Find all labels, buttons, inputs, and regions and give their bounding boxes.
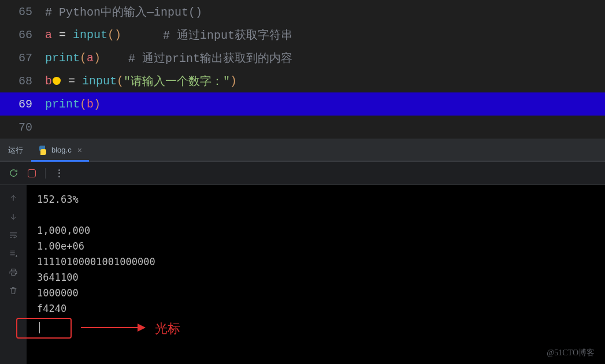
print-icon[interactable] bbox=[8, 267, 18, 277]
code-line-68[interactable]: 68 b = input("请输入一个数字：") bbox=[0, 69, 605, 92]
divider bbox=[45, 168, 46, 179]
variable: b bbox=[45, 75, 52, 88]
output-line: f4240 bbox=[37, 303, 66, 314]
output-line: 152.63% bbox=[37, 194, 79, 205]
variable: a bbox=[87, 51, 94, 65]
comment: # Python中的输入—input() bbox=[45, 4, 202, 20]
close-icon[interactable]: × bbox=[77, 146, 82, 155]
space bbox=[121, 28, 163, 42]
tab-file-active[interactable]: blog.c × bbox=[31, 139, 89, 161]
string: "请输入一个数字：" bbox=[124, 73, 230, 89]
tab-file-label: blog.c bbox=[51, 146, 72, 154]
output-line: 3641100 bbox=[37, 272, 79, 283]
code-line-70[interactable]: 70 bbox=[0, 116, 605, 139]
comment: # 通过input获取字符串 bbox=[163, 27, 292, 43]
watermark: @51CTO博客 bbox=[547, 348, 595, 358]
arrow-down-icon[interactable] bbox=[8, 211, 18, 222]
variable: a bbox=[45, 28, 52, 42]
variable: b bbox=[87, 98, 94, 111]
paren: ( bbox=[117, 75, 124, 88]
function: print bbox=[45, 98, 80, 111]
arrow-annotation bbox=[81, 327, 144, 328]
space bbox=[101, 51, 128, 65]
output-line: 11110100001001000000 bbox=[37, 256, 155, 268]
paren: ( bbox=[80, 51, 87, 65]
highlight-box bbox=[16, 318, 72, 339]
paren: ) bbox=[94, 98, 101, 111]
stop-button[interactable] bbox=[27, 168, 37, 179]
code-line-69[interactable]: 69 print(b) bbox=[0, 92, 605, 116]
output-line: 1,000,000 bbox=[37, 225, 90, 236]
operator: = bbox=[52, 28, 73, 42]
tab-run[interactable]: 运行 bbox=[0, 139, 31, 161]
arrow-up-icon[interactable] bbox=[8, 193, 18, 203]
console-output[interactable]: 152.63% 1,000,000 1.00e+06 1111010000100… bbox=[27, 185, 605, 364]
rerun-button[interactable] bbox=[8, 168, 18, 179]
output-panel: 152.63% 1,000,000 1.00e+06 1111010000100… bbox=[0, 185, 605, 364]
more-button[interactable] bbox=[54, 168, 64, 179]
output-line: 1000000 bbox=[37, 287, 79, 299]
trash-icon[interactable] bbox=[8, 285, 18, 296]
annotation-label: 光标 bbox=[155, 320, 180, 337]
code-line-65[interactable]: 65 # Python中的输入—input() bbox=[0, 0, 605, 23]
line-number: 67 bbox=[0, 51, 45, 65]
paren: ) bbox=[94, 51, 101, 65]
function: input bbox=[82, 75, 117, 88]
scroll-icon[interactable] bbox=[8, 248, 18, 259]
code-editor[interactable]: 65 # Python中的输入—input() 66 a = input() #… bbox=[0, 0, 605, 139]
line-number: 69 bbox=[0, 98, 45, 111]
paren: ( bbox=[80, 98, 87, 111]
comment: # 通过print输出获取到的内容 bbox=[128, 50, 292, 66]
code-line-67[interactable]: 67 print(a) # 通过print输出获取到的内容 bbox=[0, 46, 605, 69]
function: print bbox=[45, 51, 80, 65]
code-line-66[interactable]: 66 a = input() # 通过input获取字符串 bbox=[0, 23, 605, 46]
paren: () bbox=[107, 28, 121, 42]
lightbulb-icon[interactable] bbox=[53, 77, 61, 85]
python-icon bbox=[38, 146, 47, 155]
line-number: 66 bbox=[0, 28, 45, 42]
line-number: 70 bbox=[0, 121, 45, 134]
run-toolbar bbox=[0, 162, 605, 185]
line-number: 65 bbox=[0, 5, 45, 18]
operator: = bbox=[61, 75, 82, 88]
paren: ) bbox=[230, 75, 237, 88]
wrap-icon[interactable] bbox=[8, 230, 18, 240]
output-line: 1.00e+06 bbox=[37, 240, 84, 252]
line-number: 68 bbox=[0, 75, 45, 88]
function: input bbox=[73, 28, 107, 42]
panel-tabs: 运行 blog.c × bbox=[0, 139, 605, 162]
